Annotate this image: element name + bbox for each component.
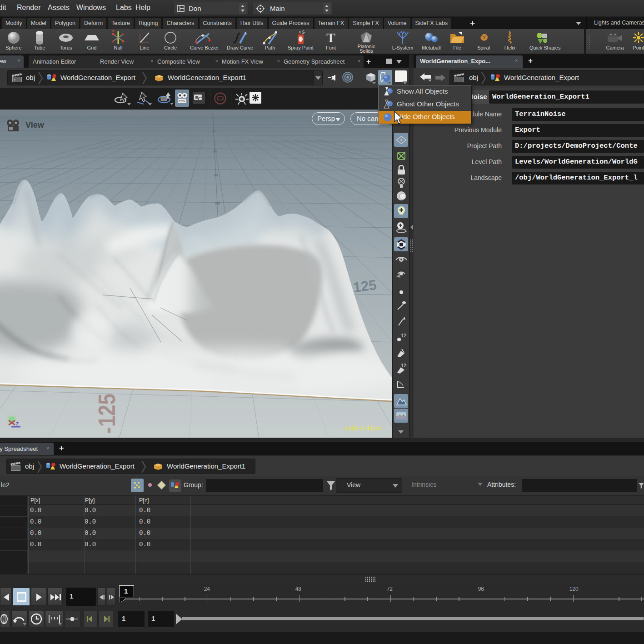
svg-text:T: T (326, 31, 335, 45)
svg-text:POV: POV (179, 100, 185, 103)
svg-text:12: 12 (401, 333, 406, 338)
svg-text:z: z (16, 420, 19, 427)
svg-text:12: 12 (401, 363, 406, 368)
svg-text:125: 125 (352, 277, 378, 295)
svg-text:-125: -125 (94, 394, 120, 434)
svg-text:≡: ≡ (14, 78, 15, 81)
